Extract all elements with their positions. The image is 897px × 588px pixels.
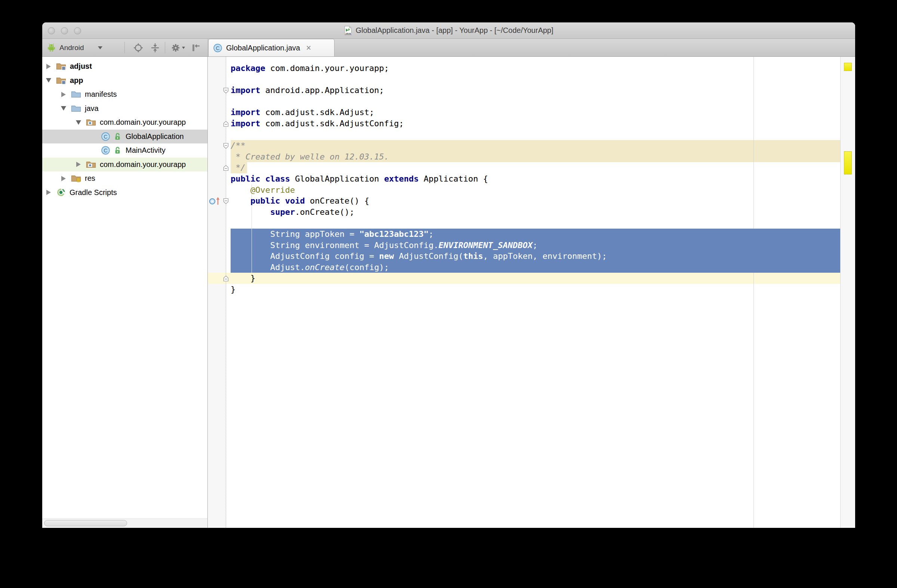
target-icon — [133, 43, 144, 53]
code-line[interactable]: */ — [231, 162, 246, 173]
java-file-icon: JAVA — [344, 26, 352, 35]
error-stripe[interactable] — [840, 57, 855, 528]
code-token: Adjust. — [231, 263, 305, 272]
code-token: onCreate() { — [305, 196, 369, 205]
triangle-glyph — [61, 106, 66, 111]
tree-hscrollbar[interactable] — [42, 519, 208, 528]
code-token: , appToken, environment); — [483, 251, 607, 261]
code-line[interactable]: import android.app.Application; — [231, 85, 384, 96]
tool-window-view-selector[interactable]: Android — [47, 39, 103, 57]
fold-marker[interactable] — [223, 143, 229, 151]
tree-item-app[interactable]: app — [42, 73, 208, 88]
stripe-marker-comment-block[interactable] — [844, 151, 852, 174]
item-label: res — [85, 174, 95, 183]
svg-text:C: C — [216, 45, 219, 51]
chevron-expanded-icon[interactable] — [61, 106, 66, 111]
editor-tab[interactable]: C GlobalApplication.java × — [208, 39, 335, 57]
code-token: com.domain.your.yourapp; — [265, 64, 389, 73]
toolbar-separator — [124, 42, 125, 53]
code-line[interactable]: public void onCreate() { — [231, 195, 369, 206]
chevron-collapsed-icon[interactable] — [75, 162, 81, 167]
code-token: } — [231, 285, 236, 294]
code-token: new — [379, 251, 394, 261]
chevron-collapsed-icon[interactable] — [46, 64, 51, 69]
triangle-glyph — [61, 176, 66, 181]
triangle-glyph — [46, 64, 51, 69]
tree-item-com-domain-your-yourapp[interactable]: com.domain.your.yourapp — [42, 158, 208, 172]
code-token: (config); — [344, 263, 389, 272]
settings-button[interactable] — [171, 39, 185, 57]
tree-item-com-domain-your-yourapp[interactable]: com.domain.your.yourapp — [42, 115, 208, 130]
code-line[interactable]: /** — [231, 140, 246, 151]
toolbar-separator — [165, 42, 165, 53]
close-button[interactable] — [48, 27, 55, 34]
item-label: com.domain.your.yourapp — [100, 118, 186, 127]
code-token: /** — [231, 141, 246, 150]
item-label: com.domain.your.yourapp — [100, 160, 186, 169]
code-token: public class — [231, 174, 290, 183]
code-line[interactable]: package com.domain.your.yourapp; — [231, 63, 389, 74]
fold-marker[interactable] — [223, 87, 229, 95]
code-token: import — [231, 108, 260, 117]
titlebar[interactable]: JAVA GlobalApplication.java - [app] - Yo… — [42, 23, 855, 39]
right-margin-line — [753, 57, 754, 528]
code-line[interactable]: public class GlobalApplication extends A… — [231, 173, 488, 185]
chevron-expanded-icon[interactable] — [46, 78, 51, 82]
tree-item-java[interactable]: java — [42, 102, 208, 116]
override-gutter-icon[interactable] — [208, 196, 222, 208]
code-line[interactable]: } — [231, 273, 255, 284]
class-icon: C — [213, 43, 222, 53]
code-line[interactable]: } — [231, 284, 236, 295]
code-line[interactable]: import com.adjust.sdk.AdjustConfig; — [231, 118, 404, 129]
tree-item-adjust[interactable]: adjust — [42, 60, 208, 73]
code-line[interactable]: String environment = AdjustConfig.ENVIRO… — [231, 240, 537, 251]
svg-text:C: C — [104, 148, 107, 154]
tree-item-gradle-scripts[interactable]: Gradle Scripts — [42, 186, 208, 200]
item-label: MainActivity — [126, 146, 165, 155]
project-toolbar: Android — [42, 39, 855, 57]
tree-item-res[interactable]: res — [42, 171, 208, 186]
collapse-all-button[interactable] — [150, 39, 160, 57]
folder-blue-icon — [71, 90, 81, 99]
tree-item-globalapplication[interactable]: CGlobalApplication — [42, 130, 208, 144]
tree-item-mainactivity[interactable]: CMainActivity — [42, 144, 208, 158]
minimize-button[interactable] — [61, 27, 68, 34]
code-line[interactable]: Adjust.onCreate(config); — [231, 262, 389, 273]
gradle-icon — [56, 188, 66, 197]
fold-marker[interactable] — [223, 165, 229, 173]
android-icon — [47, 43, 56, 52]
code-line[interactable]: * Created by welle on 12.03.15. — [231, 151, 389, 162]
stripe-marker-top[interactable] — [844, 63, 852, 71]
code-token: GlobalApplication — [290, 174, 384, 183]
fold-marker[interactable] — [223, 275, 229, 283]
triangle-glyph — [76, 162, 81, 167]
project-tree[interactable]: adjustappmanifestsjavacom.domain.your.yo… — [42, 57, 208, 528]
fold-marker[interactable] — [223, 198, 229, 206]
tree-item-manifests[interactable]: manifests — [42, 87, 208, 102]
unlock-icon — [114, 132, 121, 141]
code-line[interactable]: import com.adjust.sdk.Adjust; — [231, 107, 374, 118]
code-line[interactable]: @Override — [231, 185, 295, 196]
chevron-collapsed-icon[interactable] — [61, 92, 66, 97]
chevron-collapsed-icon[interactable] — [46, 190, 51, 195]
editor[interactable]: package com.domain.your.yourapp;import a… — [208, 57, 855, 528]
chevron-expanded-icon[interactable] — [75, 120, 81, 125]
chevron-collapsed-icon[interactable] — [61, 176, 66, 181]
chevron-down-icon — [98, 46, 103, 49]
module-folder-icon — [56, 76, 66, 85]
collapse-all-icon — [150, 43, 160, 53]
triangle-glyph — [61, 92, 66, 97]
code-line[interactable]: String appToken = "abc123abc123"; — [231, 229, 433, 240]
code-token: AdjustConfig( — [394, 251, 463, 261]
hide-panel-button[interactable] — [190, 39, 201, 57]
fold-marker[interactable] — [223, 121, 229, 128]
hscrollbar-thumb[interactable] — [44, 520, 127, 526]
code-token: this — [464, 251, 483, 261]
locate-button[interactable] — [133, 39, 144, 57]
zoom-button[interactable] — [74, 27, 81, 34]
item-label: app — [70, 76, 83, 85]
tab-close-icon[interactable]: × — [306, 44, 311, 52]
code-line[interactable]: AdjustConfig config = new AdjustConfig(t… — [231, 250, 607, 262]
code-line[interactable]: super.onCreate(); — [231, 206, 354, 218]
code-token — [231, 185, 250, 195]
